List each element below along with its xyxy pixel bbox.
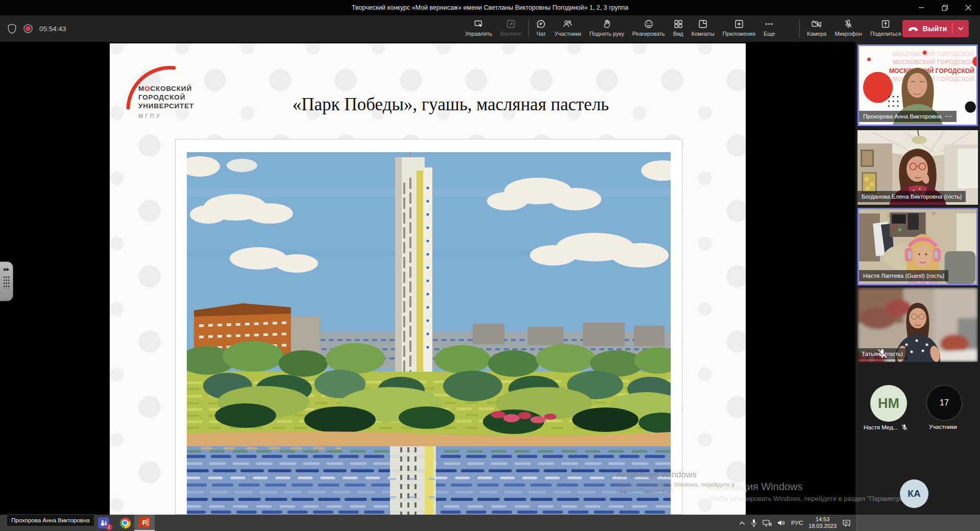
view-button[interactable]: Вид [669,15,688,42]
system-tray: РУС 14:53 18.03.2023 [739,515,851,531]
toolbar-center-group: Управлять Контент Чат Участники Поднять … [461,15,779,42]
chrome-icon [120,518,131,528]
toolbar-separator [799,19,800,38]
participants-count-label: Участники [929,424,957,430]
toolbar-av-group: Камера Микрофон Поделиться [796,15,905,42]
leave-button[interactable]: Выйти [902,20,969,37]
participant-name-label: Богданова Елена Викторовна (гость) [857,191,966,202]
content-button: Контент [496,15,525,42]
restore-button[interactable] [933,0,957,15]
powerpoint-taskbar-button[interactable]: P [134,515,155,531]
painting-park-pobedy [187,152,671,515]
chrome-taskbar-button[interactable] [115,515,135,531]
content-icon [506,19,516,29]
meeting-status-zone: 05:54:43 [7,15,66,42]
leave-options-button[interactable] [952,27,969,31]
react-button[interactable]: Реагировать [628,15,669,42]
avatar-ka[interactable]: КА [900,479,928,508]
raise-hand-button[interactable]: Поднять руку [585,15,628,42]
tray-expand-icon[interactable] [739,521,745,525]
camera-button[interactable]: Камера [803,15,830,42]
share-button[interactable]: Поделиться [866,15,905,42]
tray-network-icon[interactable] [763,519,772,527]
participant-menu-button[interactable]: ··· [945,113,953,119]
raise-hand-icon [602,19,612,29]
expand-arrows-icon: ▶▶ [4,267,9,272]
participants-count-bubble[interactable]: 17 [926,385,962,421]
collapsed-panel-handle[interactable]: ▶▶ [0,261,13,301]
participant-name: Прохорова Анна Викторовна [863,113,942,119]
tray-language[interactable]: РУС [791,520,803,526]
tray-time: 14:53 [808,516,837,523]
chat-button[interactable]: Чат [532,15,550,42]
participant-name-label: Настя Лаптева (Guest) (гость) [859,270,948,281]
teams-notification-badge: 2 [106,524,112,530]
video-brand-text: МОСКОВСКИЙ ГОРОДСКОЙ [893,50,974,58]
leave-label: Выйти [923,25,947,33]
avatar-nm[interactable]: НМ [870,385,907,422]
participant-tile-lapteva[interactable]: Настя Лаптева (Guest) (гость) [857,208,978,285]
windows-taskbar: Прохорова Анна Викторовна 2 P РУС 14:53 [0,515,980,531]
mic-button[interactable]: Микрофон [830,15,866,42]
tray-volume-icon[interactable] [777,519,786,526]
close-button[interactable] [957,0,980,15]
shared-slide: МОСКОВСКИЙ ГОРОДСКОЙ УНИВЕРСИТЕТ МГПУ «П… [110,43,746,515]
participants-panel: МОСКОВСКИЙ ГОРОДСКОЙ МОСКОВСКИЙ ГОРОДСКО… [855,42,980,515]
minimize-icon [918,5,924,11]
participant-name-label: Татьяна (гость) [857,348,907,359]
participant-name-label: Прохорова Анна Викторовна ··· [859,111,957,122]
participants-icon [562,19,573,29]
mic-muted-icon [857,348,907,359]
restore-icon [942,5,948,11]
tray-mic-icon[interactable] [751,519,757,527]
close-icon [965,5,971,11]
manage-icon [474,19,484,29]
manage-button[interactable]: Управлять [461,15,496,42]
rooms-button[interactable]: Комнаты [688,15,719,42]
view-icon [673,19,683,29]
participant-name: Богданова Елена Викторовна (гость) [862,194,962,200]
participants-button[interactable]: Участники [550,15,585,42]
camera-off-icon [811,19,822,29]
meeting-timer: 05:54:43 [39,25,66,33]
apps-button[interactable]: Приложения [719,15,760,42]
participant-name: Настя Мед... [864,424,898,430]
more-button[interactable]: Еще [760,15,779,42]
participants-count: 17 [940,398,949,407]
minimize-button[interactable] [910,0,933,15]
apps-icon [734,19,744,29]
rooms-icon [698,19,708,29]
participant-name: Настя Лаптева (Guest) (гость) [863,273,944,279]
more-icon [764,19,774,29]
chevron-down-icon [958,27,964,31]
participant-tile-tatyana[interactable]: Татьяна (гость) [857,287,978,362]
mic-muted-icon [901,424,908,431]
presenter-tooltip: Прохорова Анна Викторовна [7,514,94,526]
avatar-initials: КА [908,488,920,499]
slide-title: «Парк Победы», гуашь, масляная пастель [110,94,746,115]
recording-icon [23,23,33,34]
teams-taskbar-button[interactable]: 2 [93,515,114,531]
react-icon [644,19,654,29]
shield-icon [7,23,17,34]
window-titlebar: Творческий конкурс «Мой вернисаж» имени … [0,0,980,15]
tray-clock[interactable]: 14:53 18.03.2023 [808,516,837,529]
share-icon [880,19,891,29]
hangup-icon [908,26,919,32]
mic-off-icon [843,19,853,29]
toolbar-separator [528,19,529,38]
painting-frame [175,139,682,515]
action-center-icon[interactable] [842,519,851,527]
tray-date: 18.03.2023 [808,523,837,529]
meeting-toolbar: 05:54:43 Управлять Контент Чат Участники… [0,15,980,42]
chat-icon [536,19,546,29]
grip-dots-icon [3,276,10,289]
video-brand-text: МОСКОВСКИЙ ГОРОДСКОЙ [893,58,974,66]
window-title: Творческий конкурс «Мой вернисаж» имени … [0,0,980,15]
taskbar-secondary-segment [856,515,980,531]
avatar-initials: НМ [878,396,899,412]
participant-tile-prohorova[interactable]: МОСКОВСКИЙ ГОРОДСКОЙ МОСКОВСКИЙ ГОРОДСКО… [857,44,978,126]
powerpoint-icon: P [139,517,150,528]
video-brand-text: МОСКОВСКИЙ ГОРОДСКОЙ [889,66,974,74]
participant-tile-bogdanova[interactable]: Богданова Елена Викторовна (гость) [857,130,978,205]
